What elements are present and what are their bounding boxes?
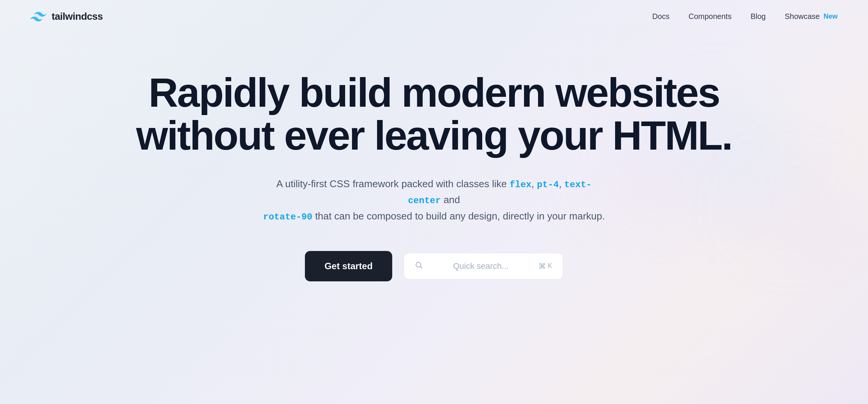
nav-components[interactable]: Components [688, 12, 731, 21]
search-placeholder-text: Quick search... [429, 261, 532, 271]
get-started-button[interactable]: Get started [305, 251, 393, 281]
subtitle-after: that can be composed to build any design… [315, 210, 605, 222]
nav-docs[interactable]: Docs [652, 12, 670, 21]
hero-title-line2: without ever leaving your HTML. [136, 112, 732, 158]
navbar: tailwindcss Docs Components Blog Showcas… [0, 0, 868, 33]
search-cmd-symbol: ⌘ [538, 262, 546, 271]
nav-showcase[interactable]: Showcase [785, 12, 820, 21]
subtitle-before: A utility-first CSS framework packed wit… [276, 178, 507, 189]
search-shortcut: ⌘ K [538, 262, 552, 271]
page-wrapper: tailwindcss Docs Components Blog Showcas… [0, 0, 868, 404]
code-pt4: pt-4 [537, 180, 559, 190]
search-icon [415, 261, 423, 271]
logo[interactable]: tailwindcss [30, 11, 103, 22]
comma2: , [559, 178, 562, 189]
hero-section: Rapidly build modern websites without ev… [0, 33, 868, 281]
nav-new-badge: New [824, 13, 838, 21]
logo-icon [30, 11, 46, 22]
search-box[interactable]: Quick search... ⌘ K [404, 253, 563, 279]
code-rotate90: rotate-90 [263, 212, 312, 222]
subtitle-and: and [443, 194, 460, 205]
nav-blog[interactable]: Blog [751, 12, 766, 21]
nav-links: Docs Components Blog Showcase New [652, 12, 838, 21]
search-k-key: K [548, 262, 552, 270]
cta-row: Get started Quick search... ⌘ K [305, 251, 563, 281]
hero-title: Rapidly build modern websites without ev… [136, 71, 732, 157]
nav-showcase-wrapper: Showcase New [785, 12, 838, 21]
logo-text: tailwindcss [52, 11, 103, 22]
code-flex: flex [510, 180, 532, 190]
comma1: , [532, 178, 534, 189]
hero-title-line1: Rapidly build modern websites [148, 69, 719, 115]
hero-subtitle: A utility-first CSS framework packed wit… [263, 176, 605, 224]
